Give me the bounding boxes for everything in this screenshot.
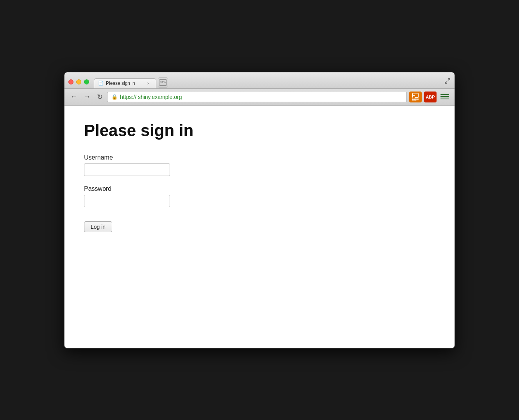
window-controls <box>68 79 89 88</box>
username-input[interactable] <box>84 163 170 176</box>
new-tab-icon <box>159 79 167 86</box>
new-tab-extension-button[interactable]: NEW <box>409 92 422 102</box>
maximize-button[interactable] <box>84 79 89 84</box>
minimize-button[interactable] <box>76 79 81 84</box>
new-tab-button[interactable] <box>158 77 168 88</box>
expand-button[interactable] <box>444 78 451 85</box>
close-button[interactable] <box>68 79 73 84</box>
new-tab-ext-icon: NEW <box>412 93 419 101</box>
login-button[interactable]: Log in <box>84 221 112 232</box>
url-display: https:// shiny.example.org <box>120 94 403 100</box>
abp-label: ABP <box>426 95 435 99</box>
abp-extension-button[interactable]: ABP <box>424 92 437 102</box>
menu-line-2 <box>440 96 449 97</box>
browser-menu-button[interactable] <box>439 93 451 101</box>
title-bar: 📄 Please sign in × <box>64 72 455 89</box>
tab-close-button[interactable]: × <box>147 81 150 86</box>
browser-window: 📄 Please sign in × ← → ↻ 🔒 https:// shin… <box>64 72 455 348</box>
tabs-row: 📄 Please sign in × <box>94 77 451 88</box>
page-title: Please sign in <box>84 121 435 140</box>
menu-line-3 <box>440 99 449 100</box>
lock-icon: 🔒 <box>111 94 118 100</box>
password-input[interactable] <box>84 195 170 207</box>
reload-button[interactable]: ↻ <box>95 92 105 102</box>
expand-icon <box>444 78 451 84</box>
username-label: Username <box>84 154 435 161</box>
active-tab[interactable]: 📄 Please sign in × <box>94 78 156 88</box>
menu-line-1 <box>440 94 449 95</box>
address-bar[interactable]: 🔒 https:// shiny.example.org <box>107 92 407 102</box>
tab-page-icon: 📄 <box>98 81 104 86</box>
nav-bar: ← → ↻ 🔒 https:// shiny.example.org NEW A… <box>64 89 455 106</box>
tab-title: Please sign in <box>106 81 144 86</box>
username-group: Username <box>84 154 435 176</box>
back-button[interactable]: ← <box>68 92 79 102</box>
page-content: Please sign in Username Password Log in <box>64 106 455 348</box>
password-group: Password <box>84 185 435 207</box>
new-label: NEW <box>412 98 419 101</box>
forward-button[interactable]: → <box>82 92 93 102</box>
password-label: Password <box>84 185 435 192</box>
